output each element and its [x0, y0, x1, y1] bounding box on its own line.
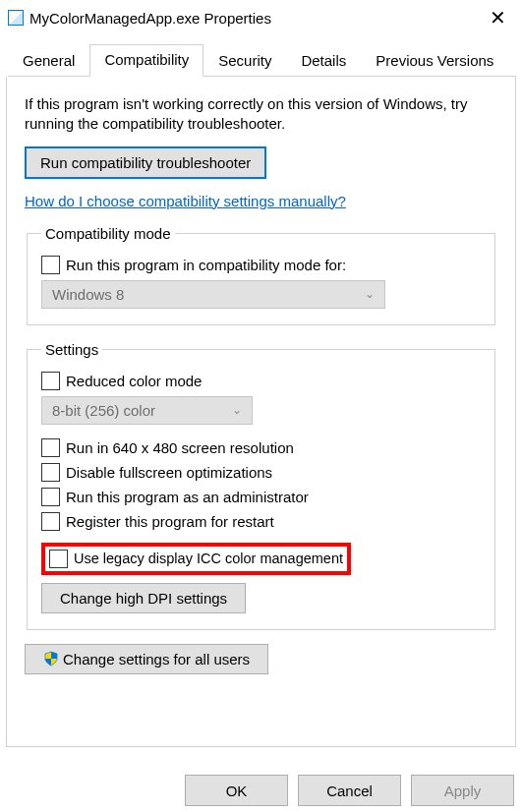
disable-fullscreen-label: Disable fullscreen optimizations	[66, 464, 272, 481]
register-restart-checkbox[interactable]	[41, 512, 60, 531]
tab-details[interactable]: Details	[286, 45, 361, 77]
compat-mode-selected: Windows 8	[52, 286, 124, 303]
compat-mode-dropdown[interactable]: Windows 8 ⌄	[41, 280, 385, 309]
settings-group: Settings Reduced color mode 8-bit (256) …	[27, 341, 495, 630]
run-640x480-checkbox[interactable]	[41, 438, 60, 457]
legacy-icc-checkbox[interactable]	[49, 550, 68, 568]
chevron-down-icon: ⌄	[365, 287, 375, 301]
dialog-button-row: OK Cancel Apply	[185, 775, 514, 806]
color-depth-selected: 8-bit (256) color	[52, 402, 155, 419]
run-640x480-label: Run in 640 x 480 screen resolution	[66, 439, 294, 456]
chevron-down-icon: ⌄	[232, 403, 242, 417]
all-users-label: Change settings for all users	[63, 651, 250, 667]
ok-button[interactable]: OK	[185, 775, 288, 806]
tab-compatibility[interactable]: Compatibility	[89, 44, 203, 77]
tab-previous-versions[interactable]: Previous Versions	[361, 45, 508, 77]
compat-mode-checkbox[interactable]	[41, 256, 60, 274]
disable-fullscreen-checkbox[interactable]	[41, 463, 60, 482]
run-troubleshooter-button[interactable]: Run compatibility troubleshooter	[25, 146, 266, 179]
color-depth-dropdown[interactable]: 8-bit (256) color ⌄	[41, 396, 253, 425]
legacy-icc-label: Use legacy display ICC color management	[74, 551, 343, 566]
compat-mode-legend: Compatibility mode	[41, 225, 175, 242]
run-as-admin-label: Run this program as an administrator	[66, 489, 309, 505]
window-title: MyColorManagedApp.exe Properties	[29, 10, 271, 27]
shield-icon	[43, 651, 59, 667]
apply-button[interactable]: Apply	[411, 775, 514, 806]
compat-mode-label: Run this program in compatibility mode f…	[66, 257, 346, 273]
close-icon[interactable]: ✕	[484, 8, 512, 28]
tab-security[interactable]: Security	[203, 45, 286, 77]
tab-strip: General Compatibility Security Details P…	[8, 43, 516, 77]
run-as-admin-checkbox[interactable]	[41, 488, 60, 506]
compatibility-mode-group: Compatibility mode Run this program in c…	[27, 225, 495, 325]
title-bar: MyColorManagedApp.exe Properties ✕	[0, 0, 522, 33]
reduced-color-label: Reduced color mode	[66, 373, 202, 389]
change-high-dpi-button[interactable]: Change high DPI settings	[41, 583, 246, 613]
intro-text: If this program isn't working correctly …	[25, 94, 497, 135]
app-icon	[8, 10, 24, 26]
reduced-color-checkbox[interactable]	[41, 372, 60, 390]
settings-legend: Settings	[41, 341, 102, 358]
help-link[interactable]: How do I choose compatibility settings m…	[25, 193, 497, 209]
compatibility-panel: If this program isn't working correctly …	[6, 77, 516, 747]
register-restart-label: Register this program for restart	[66, 513, 274, 530]
legacy-icc-highlight: Use legacy display ICC color management	[41, 543, 351, 575]
tab-general[interactable]: General	[8, 45, 89, 77]
change-settings-all-users-button[interactable]: Change settings for all users	[25, 644, 268, 674]
cancel-button[interactable]: Cancel	[298, 775, 401, 806]
